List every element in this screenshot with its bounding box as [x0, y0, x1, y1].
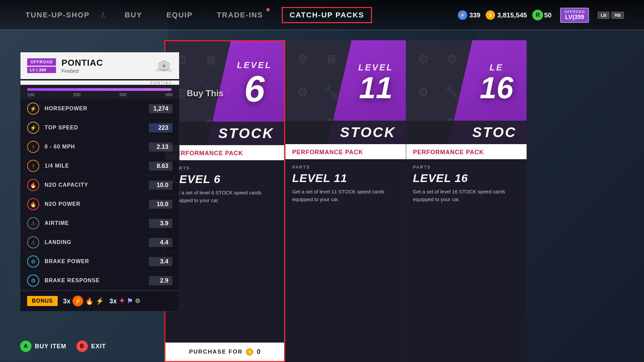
- stat-value-n2o-power: 10.0: [149, 200, 172, 209]
- purchase-label-6: PURCHASE FOR: [189, 349, 243, 355]
- badge-level: LV|399: [564, 14, 585, 21]
- blue-currency-icon: ⚡: [458, 10, 467, 20]
- exit-control[interactable]: B EXIT: [76, 341, 106, 352]
- stat-value-brake-power: 3.4: [149, 257, 172, 266]
- card-visual-6: ⚙ 🖥 ⚙ ⚙ ⚙ 🔧 ⚙ ⚙ ⚙ 🔩 ⚙ ⚙ Buy This LEVEL 6…: [165, 41, 284, 145]
- nav-underline: [0, 29, 644, 30]
- green-currency-icon: R: [532, 10, 543, 20]
- stats-list: ⚡ HORSEPOWER 1,274 ⚡ TOP SPEED 223 ↑ 0 -…: [20, 99, 179, 290]
- card-details-16: PARTS LEVEL 16 Get a set of level 16 STO…: [406, 159, 527, 362]
- stat-label-n2o-power: N2O POWER: [45, 201, 149, 207]
- stat-label-horsepower: HORSEPOWER: [45, 106, 149, 112]
- badge-type: OFFROAD: [564, 10, 585, 14]
- card-stock-text-6: STOCK: [218, 125, 274, 141]
- stat-label-landing: LANDING: [45, 239, 149, 245]
- card-details-label-16: PARTS: [413, 165, 520, 170]
- card-level-section-16: LE 16: [467, 40, 527, 118]
- card-details-6: PARTS LEVEL 6 Get a set of level 6 STOCK…: [165, 160, 284, 343]
- airtime-icon: ⚠: [27, 217, 39, 229]
- horsepower-icon: ⚡: [27, 103, 39, 115]
- car-name: PONTIAC: [61, 58, 150, 68]
- gold-currency-amount: 3,815,545: [497, 11, 527, 19]
- level-label-100: 100: [27, 92, 35, 97]
- bonus-lightning-icon: ⚡: [96, 297, 104, 305]
- a-button[interactable]: A: [20, 341, 32, 352]
- stat-row-brake-power: ⚙ BRAKE POWER 3.4: [20, 252, 179, 271]
- bottom-controls: A BUY ITEM B EXIT: [20, 341, 106, 352]
- card-level-section-11: LEVEL 11: [346, 40, 406, 118]
- car-logo-text: PONTIAC: [156, 69, 172, 72]
- card-purchase-6[interactable]: PURCHASE FOR $ 0: [165, 343, 284, 361]
- nav-items: TUNE-UP-SHOP /. BUY EQUIP TRADE-INS CATC…: [20, 7, 458, 23]
- bonus-arrow-icon: ✦: [119, 297, 125, 305]
- sidebar-item-trade-ins[interactable]: TRADE-INS: [212, 8, 269, 22]
- brake-power-icon: ⚙: [27, 255, 39, 267]
- purchase-coin-icon-6: $: [246, 348, 253, 356]
- lb-button[interactable]: LB: [598, 12, 609, 19]
- rb-button[interactable]: RB: [611, 12, 624, 19]
- card-details-desc-11: Get a set of level 11 STOCK speed cards …: [292, 188, 399, 203]
- bonus-item-2: 3x ✦ ⚑ ⚙: [109, 297, 140, 305]
- stat-row-n2o-power: 🔥 N2O POWER 10.0: [20, 195, 179, 214]
- card-details-level-11: LEVEL 11: [292, 172, 399, 185]
- card-level-number-11: 11: [359, 73, 392, 103]
- stat-value-top-speed: 223: [149, 123, 172, 132]
- card-details-desc-6: Get a set of level 6 STOCK speed cards e…: [172, 189, 277, 204]
- stat-label-top-speed: TOP SPEED: [45, 125, 149, 131]
- green-currency: R 50: [532, 10, 551, 20]
- car-level-badge: LV | 399: [27, 67, 56, 73]
- zero-60-icon: ↑: [27, 141, 39, 153]
- card-pack-type-16: PERFORMANCE PACK: [413, 149, 520, 156]
- n2o-capacity-icon: 🔥: [27, 179, 39, 191]
- gold-currency-icon: $: [486, 10, 495, 20]
- brake-response-icon: ⚙: [27, 275, 39, 287]
- exit-label: EXIT: [91, 343, 106, 350]
- pack-card-level-6[interactable]: ⚙ 🖥 ⚙ ⚙ ⚙ 🔧 ⚙ ⚙ ⚙ 🔩 ⚙ ⚙ Buy This LEVEL 6…: [164, 40, 285, 362]
- bonus-bar: BONUS 3x ⚡ 🔥 ⚡ 3x ✦ ⚑ ⚙: [20, 290, 179, 311]
- stat-row-0-60: ↑ 0 - 60 MPH 2.13: [20, 137, 179, 157]
- bonus-multiplier-1: 3x: [63, 297, 70, 305]
- level-bar-labels: 100 200 300 399: [27, 92, 172, 97]
- pack-card-level-16[interactable]: ⚙ ⚙ ⚙ ⚙ ⚙ 🔧 ⚙ ⚙ ⚙ 🔩 ⚙ ⚙ LE 16 STOC: [406, 40, 527, 362]
- stat-row-landing: ⚠ LANDING 4.4: [20, 233, 179, 252]
- stat-label-quarter-mile: 1/4 MILE: [45, 163, 149, 169]
- car-brand-name: PONTIAC: [20, 80, 179, 85]
- level-bar-fill: [27, 88, 171, 91]
- lb-rb-buttons: LB RB: [598, 12, 624, 19]
- card-info-16: PERFORMANCE PACK: [406, 144, 527, 159]
- gold-currency: $ 3,815,545: [486, 10, 527, 20]
- stat-value-brake-response: 2.9: [149, 276, 172, 285]
- sidebar-item-buy[interactable]: BUY: [119, 8, 148, 22]
- stat-value-n2o-capacity: 10.0: [149, 181, 172, 190]
- svg-point-2: [163, 64, 165, 67]
- stat-value-landing: 4.4: [149, 238, 172, 247]
- cards-area: ⚙ 🖥 ⚙ ⚙ ⚙ 🔧 ⚙ ⚙ ⚙ 🔩 ⚙ ⚙ Buy This LEVEL 6…: [164, 40, 644, 362]
- bonus-flame-icon: 🔥: [85, 297, 94, 305]
- card-details-level-16: LEVEL 16: [413, 172, 520, 185]
- level-label-300: 300: [119, 92, 126, 97]
- card-details-label-6: PARTS: [172, 166, 277, 171]
- sidebar-item-catch-up-packs[interactable]: CATCH-UP PACKS: [282, 7, 372, 23]
- b-button[interactable]: B: [76, 341, 88, 352]
- bonus-item-1: 3x ⚡ 🔥 ⚡: [63, 296, 104, 306]
- card-level-number-6: 6: [244, 70, 265, 107]
- car-name-block: PONTIAC Firebird: [61, 58, 150, 74]
- level-bar-row: 100 200 300 399: [20, 85, 179, 99]
- sidebar-item-tune-up-shop[interactable]: TUNE-UP-SHOP: [20, 8, 95, 22]
- pack-card-level-11[interactable]: ⚙ 🖥 ⚙ ⚙ ⚙ 🔧 ⚙ ⚙ ⚙ 🔩 ⚙ ⚙ LEVEL 11 STOCK: [285, 40, 406, 362]
- card-level-section-6: LEVEL 6: [225, 41, 284, 119]
- card-details-level-6: LEVEL 6: [172, 173, 277, 186]
- purchase-amount-6: 0: [257, 348, 260, 356]
- bonus-multiplier-2: 3x: [109, 297, 117, 305]
- buy-item-control[interactable]: A BUY ITEM: [20, 341, 66, 352]
- bonus-label: BONUS: [27, 296, 58, 306]
- car-logo: PONTIAC: [156, 59, 172, 72]
- stat-label-brake-response: BRAKE RESPONSE: [45, 278, 149, 284]
- stat-label-n2o-capacity: N2O CAPACITY: [45, 182, 149, 188]
- sidebar-item-equip[interactable]: EQUIP: [161, 8, 198, 22]
- stat-row-airtime: ⚠ AIRTIME 3.9: [20, 214, 179, 233]
- landing-icon: ⚠: [27, 236, 39, 248]
- card-info-6: PERFORMANCE PACK: [165, 145, 284, 160]
- car-stats-panel: OFFROAD LV | 399 PONTIAC Firebird PONTIA…: [20, 52, 179, 311]
- stat-row-n2o-capacity: 🔥 N2O CAPACITY 10.0: [20, 176, 179, 195]
